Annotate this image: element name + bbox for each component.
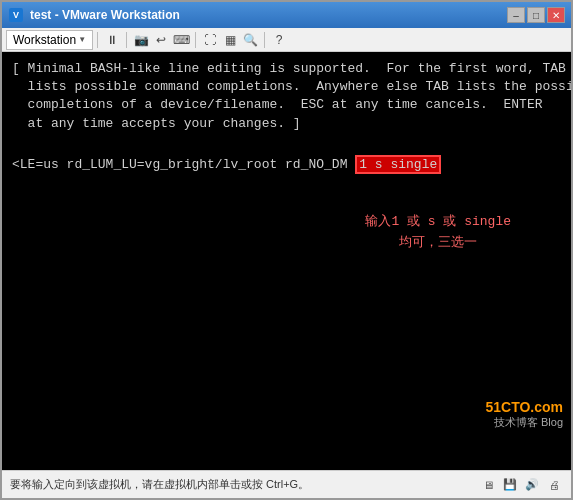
status-icons: 🖥 💾 🔊 🖨 <box>479 476 563 494</box>
annotation-line-2: 均可，三选一 <box>399 235 477 250</box>
zoom-icon[interactable]: 🔍 <box>240 30 260 50</box>
terminal-line-1: [ Minimal BASH-like line editing is supp… <box>12 60 561 78</box>
terminal-line-4: at any time accepts your changes. ] <box>12 115 561 133</box>
pause-icon[interactable]: ⏸ <box>102 30 122 50</box>
audio-icon: 🔊 <box>523 476 541 494</box>
revert-icon[interactable]: ↩ <box>151 30 171 50</box>
watermark-site: 51CTO.com <box>485 399 563 415</box>
title-bar-buttons: – □ ✕ <box>507 7 565 23</box>
command-highlighted: 1 s single <box>355 155 441 174</box>
toolbar-separator-3 <box>195 32 196 48</box>
restore-button[interactable]: □ <box>527 7 545 23</box>
main-window: V test - VMware Workstation – □ ✕ Workst… <box>0 0 573 500</box>
toolbar-separator-2 <box>126 32 127 48</box>
terminal-line-2: lists possible command completions. Anyw… <box>12 78 561 96</box>
terminal-line-5 <box>12 133 561 151</box>
vmware-icon: V <box>8 7 24 23</box>
status-text: 要将输入定向到该虚拟机，请在虚拟机内部单击或按 Ctrl+G。 <box>10 477 473 492</box>
chevron-down-icon: ▼ <box>78 35 86 44</box>
close-button[interactable]: ✕ <box>547 7 565 23</box>
send-keys-icon[interactable]: ⌨ <box>171 30 191 50</box>
printer-icon: 🖨 <box>545 476 563 494</box>
command-line: <LE=us rd_LUM_LU=vg_bright/lv_root rd_NO… <box>12 155 561 174</box>
window-title: test - VMware Workstation <box>30 8 180 22</box>
title-bar-left: V test - VMware Workstation <box>8 7 180 23</box>
menu-bar: Workstation ▼ ⏸ 📷 ↩ ⌨ ⛶ ▦ 🔍 ? <box>2 28 571 52</box>
display-icon: 🖥 <box>479 476 497 494</box>
title-bar: V test - VMware Workstation – □ ✕ <box>2 2 571 28</box>
terminal-line-3: completions of a device/filename. ESC at… <box>12 96 561 114</box>
snapshot-icon[interactable]: 📷 <box>131 30 151 50</box>
command-prefix: <LE=us rd_LUM_LU=vg_bright/lv_root rd_NO… <box>12 157 355 172</box>
watermark-label: 技术博客 Blog <box>485 415 563 430</box>
main-area: [ Minimal BASH-like line editing is supp… <box>2 52 571 470</box>
svg-text:V: V <box>13 10 19 20</box>
toolbar-separator-4 <box>264 32 265 48</box>
help-icon[interactable]: ? <box>269 30 289 50</box>
unity-icon[interactable]: ▦ <box>220 30 240 50</box>
watermark: 51CTO.com 技术博客 Blog <box>485 399 563 430</box>
status-bar: 要将输入定向到该虚拟机，请在虚拟机内部单击或按 Ctrl+G。 🖥 💾 🔊 🖨 <box>2 470 571 498</box>
annotation: 输入1 或 s 或 single 均可，三选一 <box>365 212 511 254</box>
disk-icon: 💾 <box>501 476 519 494</box>
workstation-menu-label: Workstation <box>13 33 76 47</box>
fullscreen-icon[interactable]: ⛶ <box>200 30 220 50</box>
vm-screen[interactable]: [ Minimal BASH-like line editing is supp… <box>2 52 571 470</box>
workstation-menu[interactable]: Workstation ▼ <box>6 30 93 50</box>
toolbar-separator-1 <box>97 32 98 48</box>
annotation-line-1: 输入1 或 s 或 single <box>365 214 511 229</box>
minimize-button[interactable]: – <box>507 7 525 23</box>
